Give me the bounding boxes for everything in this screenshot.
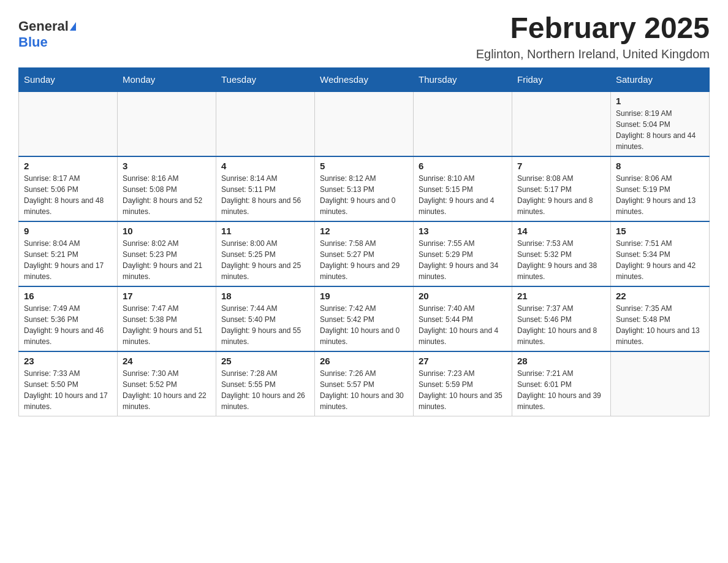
day-number: 6	[419, 161, 507, 171]
calendar-cell: 17Sunrise: 7:47 AMSunset: 5:38 PMDayligh…	[118, 286, 216, 351]
calendar-cell: 27Sunrise: 7:23 AMSunset: 5:59 PMDayligh…	[414, 351, 512, 416]
day-of-week-header: Tuesday	[216, 67, 315, 91]
calendar-cell: 16Sunrise: 7:49 AMSunset: 5:36 PMDayligh…	[19, 286, 118, 351]
calendar-cell: 13Sunrise: 7:55 AMSunset: 5:29 PMDayligh…	[414, 221, 512, 286]
calendar-cell: 1Sunrise: 8:19 AMSunset: 5:04 PMDaylight…	[611, 91, 710, 156]
day-info: Sunrise: 7:51 AMSunset: 5:34 PMDaylight:…	[616, 238, 704, 282]
day-info: Sunrise: 7:35 AMSunset: 5:48 PMDaylight:…	[616, 303, 704, 347]
calendar-cell: 23Sunrise: 7:33 AMSunset: 5:50 PMDayligh…	[19, 351, 118, 416]
calendar-cell: 25Sunrise: 7:28 AMSunset: 5:55 PMDayligh…	[216, 351, 315, 416]
calendar-cell: 10Sunrise: 8:02 AMSunset: 5:23 PMDayligh…	[118, 221, 216, 286]
day-number: 20	[419, 291, 507, 301]
day-info: Sunrise: 8:12 AMSunset: 5:13 PMDaylight:…	[320, 173, 408, 217]
month-title: February 2025	[476, 12, 710, 45]
calendar-cell	[315, 91, 414, 156]
calendar-cell: 18Sunrise: 7:44 AMSunset: 5:40 PMDayligh…	[216, 286, 315, 351]
day-info: Sunrise: 7:55 AMSunset: 5:29 PMDaylight:…	[419, 238, 507, 282]
day-number: 18	[221, 291, 309, 301]
calendar-cell	[19, 91, 118, 156]
calendar-cell: 8Sunrise: 8:06 AMSunset: 5:19 PMDaylight…	[611, 156, 710, 221]
calendar-cell: 26Sunrise: 7:26 AMSunset: 5:57 PMDayligh…	[315, 351, 414, 416]
week-row: 23Sunrise: 7:33 AMSunset: 5:50 PMDayligh…	[19, 351, 710, 416]
day-info: Sunrise: 7:47 AMSunset: 5:38 PMDaylight:…	[123, 303, 211, 347]
day-info: Sunrise: 7:42 AMSunset: 5:42 PMDaylight:…	[320, 303, 408, 347]
day-info: Sunrise: 7:40 AMSunset: 5:44 PMDaylight:…	[419, 303, 507, 347]
day-of-week-header: Saturday	[611, 67, 710, 91]
calendar-cell: 20Sunrise: 7:40 AMSunset: 5:44 PMDayligh…	[414, 286, 512, 351]
day-info: Sunrise: 8:14 AMSunset: 5:11 PMDaylight:…	[221, 173, 309, 217]
logo-triangle-icon	[70, 22, 76, 31]
day-of-week-header: Sunday	[19, 67, 118, 91]
calendar-cell: 12Sunrise: 7:58 AMSunset: 5:27 PMDayligh…	[315, 221, 414, 286]
day-of-week-header: Wednesday	[315, 67, 414, 91]
day-number: 12	[320, 226, 408, 236]
day-number: 11	[221, 226, 309, 236]
week-row: 2Sunrise: 8:17 AMSunset: 5:06 PMDaylight…	[19, 156, 710, 221]
calendar-cell	[118, 91, 216, 156]
day-number: 25	[221, 356, 309, 366]
calendar-cell: 4Sunrise: 8:14 AMSunset: 5:11 PMDaylight…	[216, 156, 315, 221]
day-info: Sunrise: 8:04 AMSunset: 5:21 PMDaylight:…	[24, 238, 112, 282]
day-info: Sunrise: 8:06 AMSunset: 5:19 PMDaylight:…	[616, 173, 704, 217]
calendar-table: SundayMondayTuesdayWednesdayThursdayFrid…	[18, 67, 710, 416]
day-number: 23	[24, 356, 112, 366]
day-number: 24	[123, 356, 211, 366]
calendar-cell: 21Sunrise: 7:37 AMSunset: 5:46 PMDayligh…	[512, 286, 611, 351]
logo-general-text: General	[18, 18, 69, 34]
day-info: Sunrise: 7:23 AMSunset: 5:59 PMDaylight:…	[419, 368, 507, 412]
title-area: February 2025 Eglinton, Northern Ireland…	[476, 12, 710, 61]
day-info: Sunrise: 7:53 AMSunset: 5:32 PMDaylight:…	[517, 238, 605, 282]
day-number: 13	[419, 226, 507, 236]
calendar-cell: 14Sunrise: 7:53 AMSunset: 5:32 PMDayligh…	[512, 221, 611, 286]
calendar-cell	[512, 91, 611, 156]
day-info: Sunrise: 8:00 AMSunset: 5:25 PMDaylight:…	[221, 238, 309, 282]
day-number: 3	[123, 161, 211, 171]
day-number: 10	[123, 226, 211, 236]
logo-blue-text: Blue	[18, 34, 48, 50]
day-info: Sunrise: 8:19 AMSunset: 5:04 PMDaylight:…	[616, 108, 704, 152]
calendar-cell: 3Sunrise: 8:16 AMSunset: 5:08 PMDaylight…	[118, 156, 216, 221]
calendar-cell	[414, 91, 512, 156]
day-number: 7	[517, 161, 605, 171]
calendar-cell: 7Sunrise: 8:08 AMSunset: 5:17 PMDaylight…	[512, 156, 611, 221]
day-number: 2	[24, 161, 112, 171]
day-info: Sunrise: 7:30 AMSunset: 5:52 PMDaylight:…	[123, 368, 211, 412]
calendar-cell: 5Sunrise: 8:12 AMSunset: 5:13 PMDaylight…	[315, 156, 414, 221]
calendar-cell: 24Sunrise: 7:30 AMSunset: 5:52 PMDayligh…	[118, 351, 216, 416]
day-number: 4	[221, 161, 309, 171]
calendar-header-row: SundayMondayTuesdayWednesdayThursdayFrid…	[19, 67, 710, 91]
week-row: 1Sunrise: 8:19 AMSunset: 5:04 PMDaylight…	[19, 91, 710, 156]
day-number: 28	[517, 356, 605, 366]
day-number: 22	[616, 291, 704, 301]
day-info: Sunrise: 8:16 AMSunset: 5:08 PMDaylight:…	[123, 173, 211, 217]
day-info: Sunrise: 7:44 AMSunset: 5:40 PMDaylight:…	[221, 303, 309, 347]
day-of-week-header: Thursday	[414, 67, 512, 91]
day-info: Sunrise: 7:58 AMSunset: 5:27 PMDaylight:…	[320, 238, 408, 282]
day-number: 9	[24, 226, 112, 236]
day-number: 1	[616, 96, 704, 106]
calendar-cell: 22Sunrise: 7:35 AMSunset: 5:48 PMDayligh…	[611, 286, 710, 351]
day-info: Sunrise: 8:02 AMSunset: 5:23 PMDaylight:…	[123, 238, 211, 282]
page-header: General Blue February 2025 Eglinton, Nor…	[18, 12, 710, 61]
day-info: Sunrise: 7:21 AMSunset: 6:01 PMDaylight:…	[517, 368, 605, 412]
logo: General Blue	[18, 12, 76, 50]
calendar-cell	[216, 91, 315, 156]
day-of-week-header: Friday	[512, 67, 611, 91]
day-info: Sunrise: 8:10 AMSunset: 5:15 PMDaylight:…	[419, 173, 507, 217]
calendar-cell: 9Sunrise: 8:04 AMSunset: 5:21 PMDaylight…	[19, 221, 118, 286]
day-info: Sunrise: 7:28 AMSunset: 5:55 PMDaylight:…	[221, 368, 309, 412]
day-number: 21	[517, 291, 605, 301]
day-number: 15	[616, 226, 704, 236]
calendar-cell: 28Sunrise: 7:21 AMSunset: 6:01 PMDayligh…	[512, 351, 611, 416]
day-number: 26	[320, 356, 408, 366]
day-number: 16	[24, 291, 112, 301]
day-info: Sunrise: 7:37 AMSunset: 5:46 PMDaylight:…	[517, 303, 605, 347]
day-info: Sunrise: 7:49 AMSunset: 5:36 PMDaylight:…	[24, 303, 112, 347]
calendar-cell: 19Sunrise: 7:42 AMSunset: 5:42 PMDayligh…	[315, 286, 414, 351]
day-number: 5	[320, 161, 408, 171]
calendar-cell: 11Sunrise: 8:00 AMSunset: 5:25 PMDayligh…	[216, 221, 315, 286]
day-number: 27	[419, 356, 507, 366]
calendar-cell	[611, 351, 710, 416]
day-number: 8	[616, 161, 704, 171]
day-info: Sunrise: 8:08 AMSunset: 5:17 PMDaylight:…	[517, 173, 605, 217]
